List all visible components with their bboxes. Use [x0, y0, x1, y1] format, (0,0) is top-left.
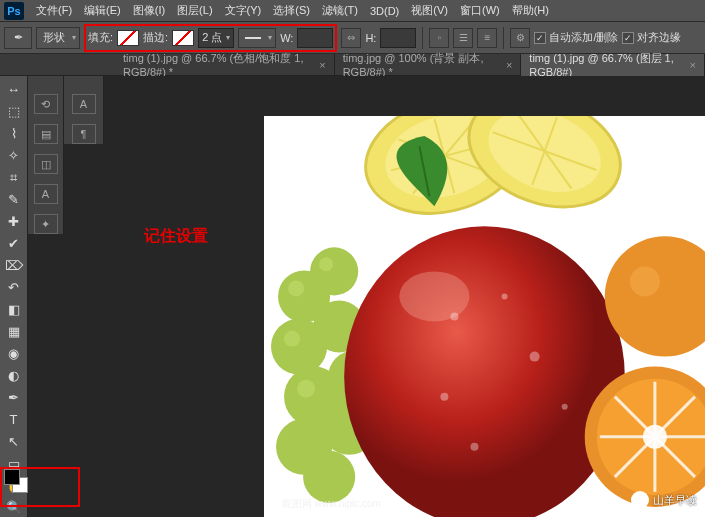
separator [422, 27, 423, 49]
close-icon[interactable]: × [690, 59, 696, 71]
shape-mode-dropdown[interactable]: 形状 [36, 27, 80, 49]
menu-view[interactable]: 视图(V) [405, 3, 454, 18]
workspace: ↔ ⬚ ⌇ ✧ ⌗ ✎ ✚ ✔ ⌦ ↶ ◧ ▦ ◉ ◐ ✒ T ↖ ▭ ✋ 🔍 … [0, 76, 705, 517]
path-select-tool[interactable]: ↖ [3, 431, 25, 451]
healing-tool[interactable]: ✚ [3, 212, 25, 232]
lasso-tool[interactable]: ⌇ [3, 124, 25, 144]
eyedropper-tool[interactable]: ✎ [3, 190, 25, 210]
canvas-area: 记住设置 [104, 76, 705, 517]
brushes-panel-icon[interactable]: ✦ [34, 214, 58, 234]
menu-help[interactable]: 帮助(H) [506, 3, 555, 18]
actions-panel-icon[interactable]: ▤ [34, 124, 58, 144]
options-bar: ✒ 形状 填充: 描边: 2 点 W: ⇔ H: ▫ ☰ ≡ ⚙ ✓ 自动添加/… [0, 22, 705, 54]
svg-point-31 [562, 404, 568, 410]
gear-icon[interactable]: ⚙ [510, 28, 530, 48]
menu-window[interactable]: 窗口(W) [454, 3, 506, 18]
stroke-label: 描边: [143, 30, 168, 45]
tab-label: timg (1).jpg @ 66.7% (色相/饱和度 1, RGB/8#) … [123, 51, 315, 78]
svg-point-21 [288, 280, 304, 296]
menu-filter[interactable]: 滤镜(T) [316, 3, 364, 18]
menu-select[interactable]: 选择(S) [267, 3, 316, 18]
separator [503, 27, 504, 49]
svg-point-22 [319, 257, 333, 271]
wand-tool[interactable]: ✧ [3, 146, 25, 166]
dodge-tool[interactable]: ◐ [3, 365, 25, 385]
svg-point-23 [284, 331, 300, 347]
height-input[interactable] [380, 28, 416, 48]
align-icon[interactable]: ☰ [453, 28, 473, 48]
history-panel-icon[interactable]: ⟲ [34, 94, 58, 114]
width-input[interactable] [297, 28, 333, 48]
fill-label: 填充: [88, 30, 113, 45]
blur-tool[interactable]: ◉ [3, 343, 25, 363]
menu-edit[interactable]: 编辑(E) [78, 3, 127, 18]
menubar: Ps 文件(F) 编辑(E) 图像(I) 图层(L) 文字(Y) 选择(S) 滤… [0, 0, 705, 22]
character-panel-icon[interactable]: A [72, 94, 96, 114]
menu-3d[interactable]: 3D(D) [364, 5, 405, 17]
document-tabs: timg (1).jpg @ 66.7% (色相/饱和度 1, RGB/8#) … [0, 54, 705, 76]
menu-type[interactable]: 文字(Y) [219, 3, 268, 18]
fill-swatch[interactable] [117, 30, 139, 46]
stroke-width-input[interactable]: 2 点 [198, 28, 234, 48]
tab-label: timg (1).jpg @ 66.7% (图层 1, RGB/8#) [529, 51, 685, 78]
svg-point-29 [530, 352, 540, 362]
tools-panel: ↔ ⬚ ⌇ ✧ ⌗ ✎ ✚ ✔ ⌦ ↶ ◧ ▦ ◉ ◐ ✒ T ↖ ▭ ✋ 🔍 [0, 76, 28, 517]
image-watermark-url: 昵图网 www.nipic.com [282, 497, 381, 511]
close-icon[interactable]: × [319, 59, 325, 71]
document-tab[interactable]: timg.jpg @ 100% (背景 副本, RGB/8#) *× [335, 54, 522, 76]
paragraph-panel-icon[interactable]: ¶ [72, 124, 96, 144]
svg-point-20 [303, 451, 355, 503]
tool-preset-picker[interactable]: ✒ [4, 27, 32, 49]
height-label: H: [365, 32, 376, 44]
watermark-text: 山羊早读 [653, 493, 697, 508]
history-brush-tool[interactable]: ↶ [3, 278, 25, 298]
close-icon[interactable]: × [506, 59, 512, 71]
arrange-icon[interactable]: ≡ [477, 28, 497, 48]
character-panel-icon[interactable]: A [34, 184, 58, 204]
stroke-style-dropdown[interactable] [238, 28, 276, 48]
stamp-tool[interactable]: ⌦ [3, 256, 25, 276]
document-tab[interactable]: timg (1).jpg @ 66.7% (色相/饱和度 1, RGB/8#) … [115, 54, 335, 76]
align-edge-checkbox[interactable]: ✓ 对齐边缘 [622, 30, 681, 45]
width-label: W: [280, 32, 293, 44]
menu-layer[interactable]: 图层(L) [171, 3, 218, 18]
pen-tool[interactable]: ✒ [3, 387, 25, 407]
crop-tool[interactable]: ⌗ [3, 168, 25, 188]
checkbox-icon: ✓ [622, 32, 634, 44]
eraser-tool[interactable]: ◧ [3, 300, 25, 320]
properties-panel-icon[interactable]: ◫ [34, 154, 58, 174]
highlight-colors [0, 467, 80, 507]
move-tool[interactable]: ↔ [3, 80, 25, 100]
svg-point-25 [344, 226, 625, 517]
document-canvas[interactable]: 昵图网 www.nipic.com 山羊早读 [264, 116, 705, 517]
checkbox-icon: ✓ [534, 32, 546, 44]
path-ops-icon[interactable]: ▫ [429, 28, 449, 48]
gradient-tool[interactable]: ▦ [3, 321, 25, 341]
watermark: 山羊早读 [631, 491, 697, 509]
menu-file[interactable]: 文件(F) [30, 3, 78, 18]
menu-image[interactable]: 图像(I) [127, 3, 171, 18]
foreground-color[interactable] [4, 469, 20, 485]
svg-point-32 [470, 443, 478, 451]
stroke-swatch[interactable] [172, 30, 194, 46]
align-edge-label: 对齐边缘 [637, 30, 681, 45]
foreground-background-colors[interactable] [4, 469, 28, 493]
type-tool[interactable]: T [3, 409, 25, 429]
tab-label: timg.jpg @ 100% (背景 副本, RGB/8#) * [343, 51, 502, 78]
document-tab[interactable]: timg (1).jpg @ 66.7% (图层 1, RGB/8#)× [521, 54, 705, 76]
auto-add-checkbox[interactable]: ✓ 自动添加/删除 [534, 30, 618, 45]
app-logo: Ps [4, 2, 24, 20]
svg-point-26 [399, 271, 469, 321]
svg-point-41 [643, 425, 667, 449]
svg-point-28 [502, 293, 508, 299]
wechat-icon [631, 491, 649, 509]
svg-point-13 [310, 247, 358, 295]
link-icon[interactable]: ⇔ [341, 28, 361, 48]
highlight-fill-stroke: 填充: 描边: 2 点 W: [84, 24, 337, 52]
auto-add-label: 自动添加/删除 [549, 30, 618, 45]
annotation-text: 记住设置 [144, 226, 208, 247]
marquee-tool[interactable]: ⬚ [3, 102, 25, 122]
svg-point-24 [297, 380, 315, 398]
panel-dock-2: A ¶ [64, 76, 104, 144]
brush-tool[interactable]: ✔ [3, 234, 25, 254]
